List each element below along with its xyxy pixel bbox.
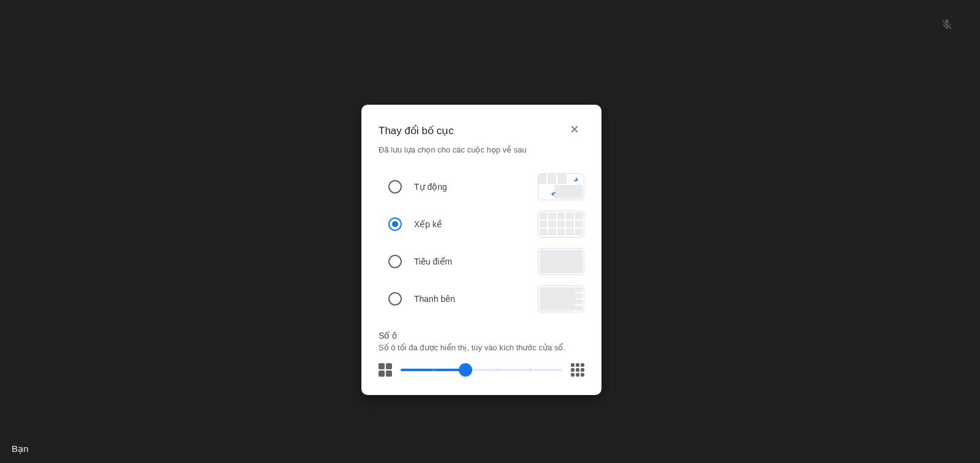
radio-auto[interactable] — [388, 180, 402, 194]
layout-option-label: Tiêu điểm — [414, 257, 452, 266]
grid-large-icon — [571, 363, 584, 377]
layout-option-tiled[interactable]: Xếp kề — [379, 205, 584, 243]
radio-spotlight[interactable] — [388, 255, 402, 268]
self-video-label: Bạn — [12, 443, 28, 454]
radio-sidebar[interactable] — [388, 292, 402, 306]
close-icon — [568, 123, 581, 138]
preview-auto — [538, 173, 584, 200]
layout-option-auto[interactable]: Tự động — [379, 168, 584, 205]
radio-tiled[interactable] — [388, 217, 402, 231]
tiles-description: Số ô tối đa được hiển thị, tùy vào kích … — [379, 343, 584, 352]
layout-option-label: Thanh bên — [414, 294, 455, 304]
layout-option-sidebar[interactable]: Thanh bên — [379, 280, 584, 317]
change-layout-dialog: Thay đổi bố cục Đã lưu lựa chọn cho các … — [361, 105, 601, 395]
preview-spotlight — [538, 248, 584, 275]
layout-option-label: Xếp kề — [414, 219, 442, 229]
preview-sidebar — [538, 285, 584, 312]
grid-small-icon — [379, 363, 392, 377]
preview-tiled — [538, 211, 584, 238]
tiles-slider[interactable] — [401, 363, 562, 377]
layout-option-spotlight[interactable]: Tiêu điểm — [379, 243, 584, 280]
tiles-heading: Số ô — [379, 331, 584, 341]
layout-option-label: Tự động — [414, 182, 447, 192]
close-button[interactable] — [565, 121, 584, 140]
mic-muted-icon — [941, 18, 953, 31]
dialog-title: Thay đổi bố cục — [379, 124, 454, 137]
dialog-subtitle: Đã lưu lựa chọn cho các cuộc họp về sau — [379, 145, 584, 154]
